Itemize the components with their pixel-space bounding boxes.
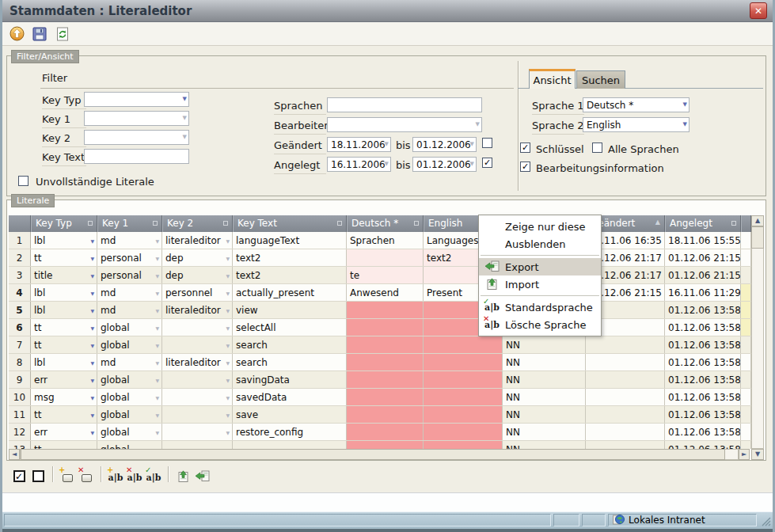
row-number[interactable]: 5 (9, 302, 31, 318)
cell-x[interactable] (741, 354, 751, 370)
cell-keytyp[interactable]: tt▼ (31, 249, 97, 266)
cell-filter-icon[interactable]: ▼ (90, 291, 94, 296)
cell-key1[interactable]: global▼ (97, 424, 162, 440)
cell-key2[interactable]: ▼ (162, 371, 233, 388)
cell-keytext[interactable]: text2 (233, 249, 347, 266)
cell-filter-icon[interactable]: ▼ (226, 256, 230, 261)
cell-filter-icon[interactable]: ▼ (155, 378, 159, 383)
cell-filter-icon[interactable]: ▼ (226, 413, 230, 418)
chevron-down-icon[interactable]: ▼ (183, 116, 187, 121)
sprache-1-select[interactable]: Deutsch *▼ (583, 97, 690, 112)
chevron-down-icon[interactable]: ▼ (470, 162, 474, 167)
menu-item-import[interactable]: Import (479, 276, 601, 293)
chevron-down-icon[interactable]: ▼ (683, 102, 687, 108)
cell-key2[interactable]: literaleditor▼ (162, 354, 233, 370)
cell-filter-icon[interactable]: ▼ (90, 309, 94, 314)
row-number[interactable]: 9 (9, 371, 31, 388)
sprachen-input[interactable] (327, 97, 482, 112)
cell-geae[interactable] (586, 424, 665, 440)
column-header-key-text[interactable]: Key Text (233, 215, 347, 232)
cell-key2[interactable]: ▼ (162, 389, 233, 405)
cell-bearb[interactable]: NN (503, 336, 586, 353)
cell-keytext[interactable]: view (233, 302, 347, 318)
cell-filter-icon[interactable]: ▼ (226, 378, 230, 383)
alle-sprachen-checkbox[interactable] (592, 142, 602, 153)
column-options-icon[interactable] (414, 221, 419, 226)
scroll-left-icon[interactable]: ◄ (9, 449, 20, 460)
cell-filter-icon[interactable]: ▼ (90, 413, 94, 418)
cell-key2[interactable]: ▼ (162, 441, 233, 449)
cell-filter-icon[interactable]: ▼ (155, 344, 159, 348)
import-icon[interactable] (173, 466, 192, 483)
cell-x[interactable] (741, 232, 751, 249)
cell-filter-icon[interactable]: ▼ (155, 274, 159, 279)
row-number[interactable]: 8 (9, 354, 31, 370)
cell-filter-icon[interactable]: ▼ (155, 256, 159, 261)
cell-keytyp[interactable]: lbl▼ (31, 354, 97, 370)
cell-geae[interactable] (586, 389, 665, 405)
menu-item-ausblenden[interactable]: Ausblenden (479, 235, 601, 253)
key-text-input[interactable] (84, 149, 189, 164)
cell-geae[interactable] (586, 336, 665, 353)
column-options-icon[interactable] (223, 221, 228, 226)
cell-en[interactable] (424, 354, 503, 370)
cell-key1[interactable]: md▼ (97, 302, 162, 318)
cell-x[interactable] (741, 441, 751, 449)
cell-key1[interactable]: md▼ (97, 284, 162, 301)
cell-key1[interactable]: global▼ (97, 336, 162, 353)
cell-filter-icon[interactable]: ▼ (226, 309, 230, 314)
cell-filter-icon[interactable]: ▼ (226, 291, 230, 296)
cell-filter-icon[interactable]: ▼ (90, 361, 94, 366)
standard-language-icon[interactable]: a|b✓ (144, 466, 163, 483)
cell-filter-icon[interactable]: ▼ (155, 326, 159, 331)
cell-de[interactable] (347, 406, 424, 423)
cell-key2[interactable]: dep▼ (162, 267, 233, 283)
key-typ-input[interactable]: ▼ (84, 92, 189, 107)
vertical-scrollbar-track[interactable] (751, 215, 764, 449)
row-number[interactable]: 4 (9, 284, 31, 301)
cell-de[interactable]: Sprachen (347, 232, 424, 249)
cell-filter-icon[interactable]: ▼ (226, 431, 230, 435)
cell-keytext[interactable]: search (233, 354, 347, 370)
cell-key2[interactable]: personnel▼ (162, 284, 233, 301)
cell-en[interactable] (424, 424, 503, 440)
cell-filter-icon[interactable]: ▼ (226, 239, 230, 244)
row-number[interactable]: 10 (9, 389, 31, 405)
delete-row-icon[interactable]: ✕ (77, 466, 96, 483)
cell-key1[interactable]: global▼ (97, 319, 162, 336)
cell-key2[interactable]: ▼ (162, 424, 233, 440)
cell-geae[interactable] (586, 354, 665, 370)
cell-x[interactable] (741, 302, 751, 318)
delete-language-icon[interactable]: a|b✕ (125, 466, 144, 483)
cell-ang[interactable]: 01.12.06 13:58 (665, 371, 741, 388)
cell-key1[interactable]: global▼ (97, 406, 162, 423)
column-header-deutsch[interactable]: Deutsch * (347, 215, 424, 232)
cell-key2[interactable]: literaleditor▼ (162, 302, 233, 318)
cell-key1[interactable]: global▼ (97, 389, 162, 405)
menu-item-standardsprache[interactable]: a|b✓Standardsprache (479, 298, 601, 316)
cell-key2[interactable]: ▼ (162, 319, 233, 336)
chevron-down-icon[interactable]: ▼ (385, 142, 389, 147)
row-number[interactable]: 12 (9, 424, 31, 440)
cell-x[interactable] (741, 371, 751, 388)
scroll-right-icon[interactable]: ► (739, 449, 750, 460)
cell-filter-icon[interactable]: ▼ (90, 344, 94, 348)
cell-keytyp[interactable]: lbl▼ (31, 302, 97, 318)
row-number[interactable]: 2 (9, 249, 31, 266)
refresh-icon[interactable] (54, 25, 71, 43)
cell-de[interactable]: te (347, 267, 424, 283)
cell-ang[interactable]: 01.12.06 13:58 (665, 441, 741, 449)
horizontal-scrollbar-thumb[interactable] (21, 449, 725, 460)
cell-keytyp[interactable]: lbl▼ (31, 232, 97, 249)
chevron-down-icon[interactable]: ▼ (476, 122, 480, 127)
column-header-col10[interactable] (741, 215, 751, 232)
resize-grip[interactable] (759, 514, 771, 526)
column-header-key-2[interactable]: Key 2 (162, 215, 233, 232)
cell-ang[interactable]: 01.12.06 21:15 (665, 249, 741, 266)
column-header-key-typ[interactable]: Key Typ (31, 215, 97, 232)
cell-key2[interactable]: dep▼ (162, 249, 233, 266)
cell-x[interactable] (741, 267, 751, 283)
home-icon[interactable] (8, 25, 25, 43)
menu-item-export[interactable]: Export (479, 258, 601, 276)
scroll-up-icon[interactable]: ▲ (751, 215, 764, 226)
